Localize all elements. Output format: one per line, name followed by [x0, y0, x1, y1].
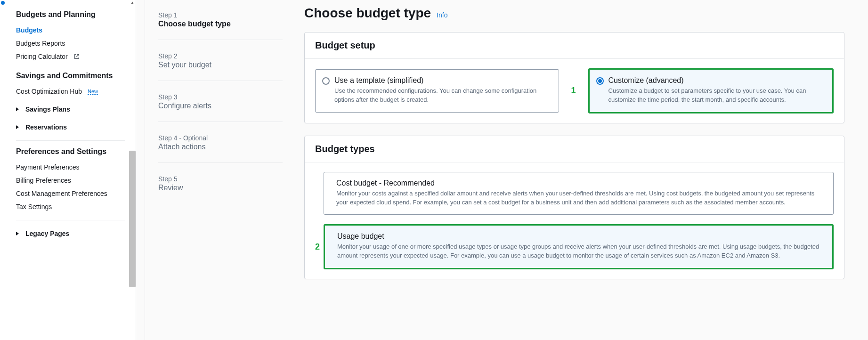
external-link-icon: [73, 53, 80, 60]
sidebar-item-savings-plans[interactable]: Savings Plans: [16, 103, 125, 116]
option-customize-advanced[interactable]: Customize (advanced) Customize a budget …: [588, 68, 834, 113]
sidebar-item-label: Cost Optimization Hub: [16, 88, 82, 95]
caret-right-icon: [16, 107, 19, 111]
sidebar-item-label: Reservations: [25, 123, 67, 131]
sidebar-item-label: Budgets: [16, 26, 42, 34]
step-label: Step 4 - Optional: [158, 134, 283, 142]
step-4[interactable]: Step 4 - Optional Attach actions: [158, 129, 283, 162]
annotation-number-1: 1: [571, 86, 576, 96]
step-label: Step 3: [158, 93, 283, 101]
step-label: Step 2: [158, 52, 283, 60]
sidebar-item-label: Cost Management Preferences: [16, 190, 107, 197]
step-3[interactable]: Step 3 Configure alerts: [158, 88, 283, 121]
sidebar-item-reservations[interactable]: Reservations: [16, 121, 125, 134]
option-usage-budget[interactable]: Usage budget Monitor your usage of one o…: [324, 224, 834, 269]
sidebar-item-label: Budgets Reports: [16, 40, 65, 47]
sidebar-item-cost-mgmt-prefs[interactable]: Cost Management Preferences: [16, 187, 125, 200]
annotation-number-2: 2: [315, 242, 320, 252]
sidebar-item-payment-prefs[interactable]: Payment Preferences: [16, 161, 125, 174]
column-divider: [136, 0, 145, 340]
sidebar-item-budgets[interactable]: Budgets: [16, 24, 125, 37]
sidebar-item-billing-prefs[interactable]: Billing Preferences: [16, 174, 125, 187]
main-content: Choose budget type Info Budget setup Use…: [296, 0, 868, 340]
caret-right-icon: [16, 125, 19, 129]
sidebar-item-label: Savings Plans: [25, 105, 70, 113]
step-divider: [158, 81, 283, 81]
sidebar-section-budgets-title: Budgets and Planning: [16, 10, 125, 19]
panel-budget-setup: Budget setup Use a template (simplified)…: [304, 32, 844, 123]
option-label: Use a template (simplified): [334, 76, 551, 85]
sidebar-item-tax-settings[interactable]: Tax Settings: [16, 200, 125, 213]
option-description: Customize a budget to set parameters spe…: [608, 87, 825, 105]
option-description: Monitor your costs against a specified d…: [336, 189, 825, 207]
option-description: Use the recommended configurations. You …: [334, 87, 551, 105]
sidebar: ▲ Budgets and Planning Budgets Budgets R…: [0, 0, 136, 340]
sidebar-item-budgets-reports[interactable]: Budgets Reports: [16, 37, 125, 50]
option-description: Monitor your usage of one or more specif…: [337, 243, 824, 260]
sidebar-item-pricing-calculator[interactable]: Pricing Calculator: [16, 50, 125, 63]
sidebar-section-prefs-title: Preferences and Settings: [16, 147, 125, 156]
step-1[interactable]: Step 1 Choose budget type: [158, 6, 283, 40]
sidebar-item-cost-opt-hub[interactable]: Cost Optimization Hub New: [16, 85, 125, 98]
step-2[interactable]: Step 2 Set your budget: [158, 47, 283, 81]
step-title: Review: [158, 184, 283, 192]
step-title: Attach actions: [158, 143, 283, 151]
page-title: Choose budget type: [304, 6, 431, 21]
step-title: Set your budget: [158, 61, 283, 69]
sidebar-item-label: Billing Preferences: [16, 177, 71, 184]
step-divider: [158, 121, 283, 122]
sidebar-item-label: Tax Settings: [16, 203, 52, 210]
sidebar-item-label: Legacy Pages: [25, 230, 69, 237]
caret-right-icon: [16, 232, 19, 235]
option-cost-budget[interactable]: Cost budget - Recommended Monitor your c…: [324, 172, 834, 215]
option-label: Cost budget - Recommended: [336, 179, 825, 187]
sidebar-item-label: Payment Preferences: [16, 163, 80, 171]
panel-title: Budget types: [315, 144, 834, 154]
wizard-steps: Step 1 Choose budget type Step 2 Set you…: [145, 0, 296, 340]
scroll-up-icon[interactable]: ▲: [130, 0, 135, 5]
radio-icon: [322, 77, 330, 85]
step-5[interactable]: Step 5 Review: [158, 170, 283, 203]
info-link[interactable]: Info: [437, 11, 447, 19]
step-label: Step 5: [158, 175, 283, 183]
sidebar-item-label: Pricing Calculator: [16, 53, 68, 60]
sidebar-item-legacy-pages[interactable]: Legacy Pages: [16, 227, 125, 240]
scrollbar-thumb[interactable]: [129, 151, 136, 287]
new-badge: New: [88, 89, 98, 95]
panel-title: Budget setup: [315, 40, 834, 51]
step-divider: [158, 40, 283, 40]
option-use-template[interactable]: Use a template (simplified) Use the reco…: [315, 69, 559, 113]
sidebar-section-savings-title: Savings and Commitments: [16, 72, 125, 80]
panel-budget-types: Budget types 0 Cost budget - Recommended…: [304, 136, 844, 279]
step-title: Choose budget type: [158, 20, 283, 28]
option-label: Usage budget: [337, 232, 824, 241]
step-label: Step 1: [158, 11, 283, 19]
step-divider: [158, 162, 283, 163]
radio-icon: [596, 77, 604, 85]
option-label: Customize (advanced): [608, 76, 825, 85]
step-title: Configure alerts: [158, 102, 283, 110]
